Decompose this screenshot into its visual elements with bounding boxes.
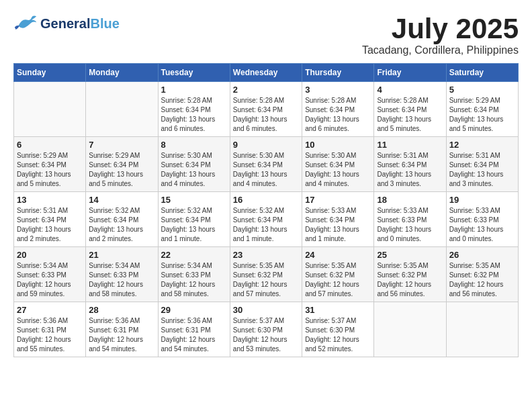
month-title: July 2025: [362, 13, 519, 44]
calendar-cell: 28Sunrise: 5:36 AM Sunset: 6:31 PM Dayli…: [86, 302, 158, 357]
day-number: 9: [233, 140, 299, 150]
day-detail: Sunrise: 5:28 AM Sunset: 6:34 PM Dayligh…: [305, 96, 371, 134]
day-number: 26: [449, 250, 515, 260]
day-number: 13: [17, 195, 83, 205]
title-block: July 2025 Tacadang, Cordillera, Philippi…: [362, 13, 519, 56]
calendar-cell: 22Sunrise: 5:34 AM Sunset: 6:33 PM Dayli…: [158, 247, 230, 302]
calendar-cell: 25Sunrise: 5:35 AM Sunset: 6:32 PM Dayli…: [374, 247, 446, 302]
day-detail: Sunrise: 5:34 AM Sunset: 6:33 PM Dayligh…: [17, 261, 83, 299]
day-detail: Sunrise: 5:31 AM Sunset: 6:34 PM Dayligh…: [377, 151, 443, 189]
day-number: 21: [89, 250, 154, 260]
day-number: 19: [449, 195, 515, 205]
calendar-week-row: 27Sunrise: 5:36 AM Sunset: 6:31 PM Dayli…: [14, 302, 519, 357]
calendar-cell: 16Sunrise: 5:32 AM Sunset: 6:34 PM Dayli…: [230, 192, 302, 247]
calendar-header-cell: Sunday: [14, 64, 86, 82]
day-detail: Sunrise: 5:32 AM Sunset: 6:34 PM Dayligh…: [89, 206, 154, 244]
calendar-cell: 17Sunrise: 5:33 AM Sunset: 6:34 PM Dayli…: [302, 192, 374, 247]
calendar-cell: 21Sunrise: 5:34 AM Sunset: 6:33 PM Dayli…: [86, 247, 158, 302]
calendar-cell: 6Sunrise: 5:29 AM Sunset: 6:34 PM Daylig…: [14, 137, 86, 192]
day-number: 16: [233, 195, 299, 205]
day-number: 1: [161, 85, 227, 95]
day-number: 22: [161, 250, 227, 260]
day-detail: Sunrise: 5:37 AM Sunset: 6:30 PM Dayligh…: [233, 316, 299, 354]
calendar-cell: 2Sunrise: 5:28 AM Sunset: 6:34 PM Daylig…: [230, 82, 302, 137]
logo: GeneralBlue: [13, 13, 120, 34]
calendar-cell: 19Sunrise: 5:33 AM Sunset: 6:33 PM Dayli…: [446, 192, 518, 247]
day-detail: Sunrise: 5:34 AM Sunset: 6:33 PM Dayligh…: [89, 261, 154, 299]
day-number: 24: [305, 250, 371, 260]
location-title: Tacadang, Cordillera, Philippines: [362, 44, 519, 56]
calendar-cell: 18Sunrise: 5:33 AM Sunset: 6:33 PM Dayli…: [374, 192, 446, 247]
calendar-cell: [446, 302, 518, 357]
calendar-header-cell: Wednesday: [230, 64, 302, 82]
day-detail: Sunrise: 5:36 AM Sunset: 6:31 PM Dayligh…: [17, 316, 83, 354]
day-number: 27: [17, 305, 83, 315]
day-number: 12: [449, 140, 515, 150]
day-number: 29: [161, 305, 227, 315]
day-detail: Sunrise: 5:33 AM Sunset: 6:33 PM Dayligh…: [377, 206, 443, 244]
day-detail: Sunrise: 5:29 AM Sunset: 6:34 PM Dayligh…: [17, 151, 83, 189]
day-detail: Sunrise: 5:29 AM Sunset: 6:34 PM Dayligh…: [449, 96, 515, 134]
day-number: 30: [233, 305, 299, 315]
page-header: GeneralBlue July 2025 Tacadang, Cordille…: [13, 13, 519, 56]
day-detail: Sunrise: 5:28 AM Sunset: 6:34 PM Dayligh…: [161, 96, 227, 134]
calendar-cell: 15Sunrise: 5:32 AM Sunset: 6:34 PM Dayli…: [158, 192, 230, 247]
day-number: 5: [449, 85, 515, 95]
calendar-cell: 26Sunrise: 5:35 AM Sunset: 6:32 PM Dayli…: [446, 247, 518, 302]
calendar-cell: 3Sunrise: 5:28 AM Sunset: 6:34 PM Daylig…: [302, 82, 374, 137]
calendar-cell: 9Sunrise: 5:30 AM Sunset: 6:34 PM Daylig…: [230, 137, 302, 192]
calendar-week-row: 20Sunrise: 5:34 AM Sunset: 6:33 PM Dayli…: [14, 247, 519, 302]
day-number: 8: [161, 140, 227, 150]
day-detail: Sunrise: 5:35 AM Sunset: 6:32 PM Dayligh…: [377, 261, 443, 299]
day-detail: Sunrise: 5:32 AM Sunset: 6:34 PM Dayligh…: [233, 206, 299, 244]
day-detail: Sunrise: 5:35 AM Sunset: 6:32 PM Dayligh…: [449, 261, 515, 299]
day-detail: Sunrise: 5:36 AM Sunset: 6:31 PM Dayligh…: [161, 316, 227, 354]
calendar-header-cell: Friday: [374, 64, 446, 82]
calendar-cell: 23Sunrise: 5:35 AM Sunset: 6:32 PM Dayli…: [230, 247, 302, 302]
calendar-cell: 27Sunrise: 5:36 AM Sunset: 6:31 PM Dayli…: [14, 302, 86, 357]
calendar-cell: 8Sunrise: 5:30 AM Sunset: 6:34 PM Daylig…: [158, 137, 230, 192]
day-number: 17: [305, 195, 371, 205]
day-number: 18: [377, 195, 443, 205]
day-number: 10: [305, 140, 371, 150]
calendar-header-row: SundayMondayTuesdayWednesdayThursdayFrid…: [14, 64, 519, 82]
day-detail: Sunrise: 5:31 AM Sunset: 6:34 PM Dayligh…: [449, 151, 515, 189]
calendar-week-row: 13Sunrise: 5:31 AM Sunset: 6:34 PM Dayli…: [14, 192, 519, 247]
calendar-header-cell: Saturday: [446, 64, 518, 82]
day-detail: Sunrise: 5:29 AM Sunset: 6:34 PM Dayligh…: [89, 151, 154, 189]
calendar-cell: [14, 82, 86, 137]
calendar-cell: 13Sunrise: 5:31 AM Sunset: 6:34 PM Dayli…: [14, 192, 86, 247]
day-number: 11: [377, 140, 443, 150]
day-detail: Sunrise: 5:30 AM Sunset: 6:34 PM Dayligh…: [233, 151, 299, 189]
day-number: 14: [89, 195, 154, 205]
day-detail: Sunrise: 5:30 AM Sunset: 6:34 PM Dayligh…: [161, 151, 227, 189]
logo-bird-icon: [13, 13, 38, 34]
day-detail: Sunrise: 5:33 AM Sunset: 6:34 PM Dayligh…: [305, 206, 371, 244]
day-number: 3: [305, 85, 371, 95]
day-detail: Sunrise: 5:32 AM Sunset: 6:34 PM Dayligh…: [161, 206, 227, 244]
logo-text: GeneralBlue: [40, 16, 120, 31]
day-detail: Sunrise: 5:35 AM Sunset: 6:32 PM Dayligh…: [305, 261, 371, 299]
calendar-cell: 20Sunrise: 5:34 AM Sunset: 6:33 PM Dayli…: [14, 247, 86, 302]
calendar-body: 1Sunrise: 5:28 AM Sunset: 6:34 PM Daylig…: [14, 82, 519, 357]
day-detail: Sunrise: 5:28 AM Sunset: 6:34 PM Dayligh…: [377, 96, 443, 134]
day-detail: Sunrise: 5:30 AM Sunset: 6:34 PM Dayligh…: [305, 151, 371, 189]
day-number: 31: [305, 305, 371, 315]
calendar-cell: 4Sunrise: 5:28 AM Sunset: 6:34 PM Daylig…: [374, 82, 446, 137]
day-number: 6: [17, 140, 83, 150]
calendar-cell: 29Sunrise: 5:36 AM Sunset: 6:31 PM Dayli…: [158, 302, 230, 357]
day-number: 23: [233, 250, 299, 260]
calendar-cell: [374, 302, 446, 357]
day-number: 20: [17, 250, 83, 260]
day-number: 25: [377, 250, 443, 260]
day-detail: Sunrise: 5:33 AM Sunset: 6:33 PM Dayligh…: [449, 206, 515, 244]
calendar-header-cell: Tuesday: [158, 64, 230, 82]
day-detail: Sunrise: 5:36 AM Sunset: 6:31 PM Dayligh…: [89, 316, 154, 354]
calendar-cell: 14Sunrise: 5:32 AM Sunset: 6:34 PM Dayli…: [86, 192, 158, 247]
calendar-header-cell: Monday: [86, 64, 158, 82]
calendar-cell: 5Sunrise: 5:29 AM Sunset: 6:34 PM Daylig…: [446, 82, 518, 137]
calendar-week-row: 1Sunrise: 5:28 AM Sunset: 6:34 PM Daylig…: [14, 82, 519, 137]
calendar-cell: 1Sunrise: 5:28 AM Sunset: 6:34 PM Daylig…: [158, 82, 230, 137]
calendar-cell: 11Sunrise: 5:31 AM Sunset: 6:34 PM Dayli…: [374, 137, 446, 192]
day-number: 2: [233, 85, 299, 95]
